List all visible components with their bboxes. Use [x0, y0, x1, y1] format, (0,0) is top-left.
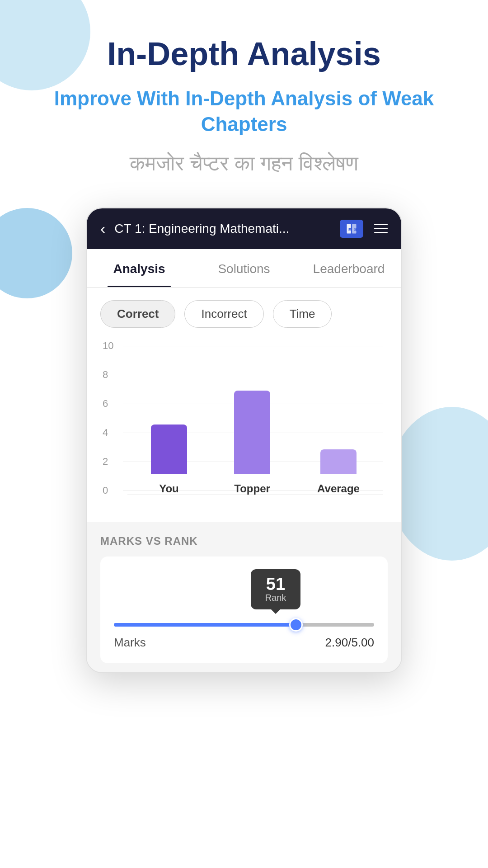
- bar-group-you: You: [151, 425, 187, 495]
- phone-header: ‹ CT 1: Engineering Mathemati... E अ: [87, 208, 401, 249]
- hindi-subtitle: कमजोर चैप्टर का गहन विश्लेषण: [130, 151, 358, 176]
- x-axis-line: [127, 495, 383, 495]
- back-arrow-icon[interactable]: ‹: [100, 220, 105, 237]
- marks-slider[interactable]: [114, 623, 374, 627]
- filter-correct-button[interactable]: Correct: [100, 300, 175, 328]
- rank-number: 51: [260, 576, 291, 593]
- tab-solutions[interactable]: Solutions: [192, 249, 296, 287]
- rank-label: Rank: [260, 593, 291, 603]
- grid-label-2: 2: [103, 456, 108, 467]
- bar-average: [320, 449, 357, 474]
- bar-you: [151, 425, 187, 474]
- chart-area: 10 8 6 4 2 0: [87, 337, 401, 522]
- bar-topper: [234, 391, 270, 474]
- svg-text:E: E: [348, 227, 351, 231]
- page-subtitle: Improve With In-Depth Analysis of Weak C…: [18, 85, 470, 137]
- tabs-row: Analysis Solutions Leaderboard: [87, 249, 401, 288]
- bar-label-topper: Topper: [234, 482, 270, 495]
- filter-time-button[interactable]: Time: [273, 300, 332, 328]
- filter-incorrect-button[interactable]: Incorrect: [184, 300, 263, 328]
- marks-value: 2.90/5.00: [325, 636, 374, 650]
- filter-row: Correct Incorrect Time: [87, 288, 401, 337]
- marks-rank-title: MARKS VS RANK: [100, 535, 388, 547]
- header-icons: E अ: [340, 220, 388, 238]
- marks-row: Marks 2.90/5.00: [114, 636, 374, 650]
- grid-label-0: 0: [103, 485, 108, 496]
- rank-tooltip: 51 Rank: [251, 569, 300, 609]
- grid-label-4: 4: [103, 427, 108, 439]
- bar-group-topper: Topper: [234, 391, 270, 495]
- bars-container: You Topper Average: [127, 368, 383, 495]
- grid-label-6: 6: [103, 398, 108, 410]
- slider-track: [114, 623, 374, 627]
- marks-rank-card: 51 Rank Marks 2.90/5.00: [100, 557, 388, 663]
- slider-thumb[interactable]: [289, 618, 303, 632]
- tab-analysis[interactable]: Analysis: [87, 249, 192, 287]
- bar-label-average: Average: [317, 482, 360, 495]
- grid-label-10: 10: [103, 340, 113, 352]
- marks-rank-section: MARKS VS RANK 51 Rank Marks 2.90/5.00: [87, 522, 401, 672]
- phone-header-title: CT 1: Engineering Mathemati...: [114, 222, 289, 236]
- book-icon[interactable]: E अ: [340, 220, 363, 238]
- hamburger-menu-icon[interactable]: [374, 224, 388, 233]
- svg-text:अ: अ: [354, 227, 357, 231]
- tab-leaderboard[interactable]: Leaderboard: [296, 249, 401, 287]
- bar-label-you: You: [159, 482, 179, 495]
- phone-mockup: ‹ CT 1: Engineering Mathemati... E अ: [86, 208, 402, 673]
- marks-label: Marks: [114, 636, 146, 650]
- page-title: In-Depth Analysis: [107, 36, 380, 72]
- grid-label-8: 8: [103, 369, 108, 381]
- bar-group-average: Average: [317, 449, 360, 495]
